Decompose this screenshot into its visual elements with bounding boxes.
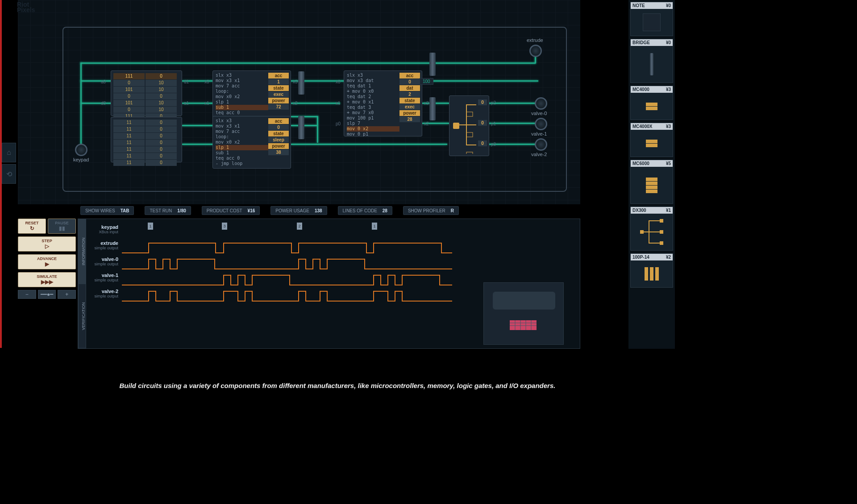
code-line[interactable]: teq acc 0 — [216, 156, 268, 161]
code-line[interactable]: teq acc 0 — [216, 110, 268, 116]
code-line[interactable]: mov 7 acc — [216, 129, 268, 134]
mem-cell[interactable]: 0 — [146, 126, 177, 132]
part-mc6000[interactable]: MC6000¥5 — [630, 160, 673, 204]
memory-chip-1[interactable]: 11101010101011101010010100 — [111, 70, 182, 116]
socket-extrude[interactable] — [529, 45, 542, 57]
reg-label: state — [399, 98, 420, 103]
code-line[interactable]: slx x3 — [216, 118, 268, 124]
mem-cell[interactable]: 0 — [146, 133, 177, 139]
code-line[interactable]: loop: — [216, 89, 268, 94]
home-tab[interactable]: ⌂ — [2, 143, 16, 162]
code-line[interactable]: mov 0 x2 — [347, 126, 399, 132]
part-dx300[interactable]: DX300¥1 — [630, 207, 673, 251]
code-line[interactable]: + mov 7 x0 — [347, 110, 399, 116]
zoom-in-button[interactable]: + — [58, 290, 76, 299]
mem-cell[interactable]: 11 — [113, 146, 145, 153]
code-line[interactable]: mov 0 p1 — [347, 132, 399, 137]
show-profiler-button[interactable]: SHOW PROFILERR — [403, 206, 459, 215]
code-line[interactable]: slp 7 — [347, 121, 399, 126]
code-line[interactable]: loop: — [216, 134, 268, 140]
code-line[interactable]: teq dat 3 — [347, 105, 399, 110]
code-line[interactable]: slx x3 — [216, 73, 268, 78]
simulate-button[interactable]: SIMULATE▶▶▶ — [18, 272, 76, 287]
mem-cell[interactable]: 101 — [113, 100, 145, 106]
code-line[interactable]: + mov 0 x0 — [347, 89, 399, 94]
svg-rect-15 — [660, 241, 663, 245]
part-100p-14[interactable]: 100P-14¥2 — [630, 253, 673, 288]
information-tab[interactable]: INFORMATION — [78, 219, 86, 284]
code-line[interactable]: mov x3 dat — [347, 78, 399, 83]
socket-valve0[interactable] — [535, 97, 547, 110]
mem-cell[interactable]: 10 — [146, 100, 177, 106]
wire — [80, 62, 82, 149]
mem-cell[interactable]: 0 — [113, 107, 145, 113]
verification-tab[interactable]: VERIFICATION — [78, 284, 86, 348]
connector[interactable] — [298, 116, 304, 139]
code-line[interactable]: mov 7 acc — [216, 83, 268, 89]
mem-cell[interactable]: 11 — [113, 153, 145, 159]
code-line[interactable]: mov x3 x1 — [216, 78, 268, 83]
dx-traces — [458, 100, 478, 154]
code-line[interactable]: mov x0 x2 — [216, 94, 268, 99]
mem-cell[interactable]: 0 — [146, 153, 177, 159]
step-button[interactable]: STEP▷ — [18, 236, 76, 252]
code-line[interactable]: slp 1 — [216, 145, 268, 150]
socket-valve1[interactable] — [535, 118, 547, 130]
mem-cell[interactable]: 11 — [113, 133, 145, 139]
waveform-area[interactable]: 1 3 2 1 — [122, 219, 580, 348]
mem-cell[interactable]: 0 — [146, 93, 177, 99]
code-line[interactable]: mov x3 x1 — [216, 124, 268, 129]
mem-cell[interactable]: 11 — [113, 140, 145, 146]
reset-button[interactable]: RESET↻ — [18, 219, 46, 234]
connector[interactable] — [298, 71, 304, 95]
wire — [80, 103, 112, 104]
code-line[interactable]: slx x3 — [347, 73, 399, 78]
mem-cell[interactable]: 0 — [113, 80, 145, 86]
code-line[interactable]: + mov 0 x1 — [347, 99, 399, 105]
mem-cell[interactable]: 0 — [113, 93, 145, 99]
part-bridge[interactable]: BRIDGE¥0 — [630, 39, 673, 83]
advance-button[interactable]: ADVANCE▶ — [18, 254, 76, 269]
mem-cell[interactable]: 0 — [146, 140, 177, 146]
show-wires-button[interactable]: SHOW WIRESTAB — [80, 206, 134, 215]
memory-chip-2[interactable]: 111111111111110000000 — [111, 117, 182, 162]
code-line[interactable]: teq dat 2 — [347, 94, 399, 99]
dx300-chip[interactable]: 0 0 0 — [449, 95, 489, 156]
code-line[interactable]: sub 1 — [216, 150, 268, 156]
mem-cell[interactable]: 10 — [146, 87, 177, 93]
connector[interactable] — [429, 97, 436, 120]
part-note[interactable]: NOTE¥0 — [630, 2, 673, 36]
code-line[interactable]: - jmp loop — [216, 161, 268, 166]
mem-cell[interactable]: 11 — [113, 126, 145, 132]
mem-cell[interactable]: 111 — [113, 73, 145, 79]
watermark-2: Pixels — [17, 6, 35, 13]
mem-cell[interactable]: 0 — [146, 160, 177, 166]
mcu-3[interactable]: slx x3 mov x3 dat teq dat 1+ mov 0 x0 te… — [344, 70, 422, 136]
mcu-1[interactable]: slx x3 mov x3 x1 mov 7 accloop: mov x0 x… — [212, 70, 291, 123]
wire — [291, 144, 447, 145]
circuit-board[interactable]: keypad extrude valve-0 valve-1 valve-2 1… — [18, 0, 580, 204]
mem-cell[interactable]: 0 — [146, 73, 177, 79]
part-mc4000[interactable]: MC4000¥3 — [630, 86, 673, 120]
code-line[interactable]: teq dat 1 — [347, 83, 399, 89]
code-line[interactable]: sub 1 — [216, 105, 268, 110]
zoom-out-button[interactable]: − — [18, 290, 36, 299]
zoom-slider[interactable]: ━━●━ — [38, 290, 56, 299]
part-mc4000x[interactable]: MC4000X¥3 — [630, 123, 673, 157]
code-line[interactable]: slp 1 — [216, 99, 268, 105]
mem-cell[interactable]: 101 — [113, 87, 145, 93]
mem-cell[interactable]: 10 — [146, 107, 177, 113]
mem-cell[interactable]: 10 — [146, 80, 177, 86]
mem-cell[interactable]: 0 — [146, 146, 177, 153]
mem-cell[interactable]: 11 — [113, 160, 145, 166]
mcu-2[interactable]: slx x3 mov x3 x1 mov 7 accloop: mov x0 x… — [212, 116, 291, 169]
code-line[interactable]: mov 100 p1 — [347, 116, 399, 121]
code-line[interactable]: mov x0 x2 — [216, 140, 268, 145]
mem-cell[interactable]: 0 — [146, 120, 177, 126]
connector[interactable] — [429, 53, 436, 76]
socket-valve2[interactable] — [535, 138, 547, 151]
mem-cell[interactable]: 11 — [113, 120, 145, 126]
socket-keypad[interactable] — [75, 144, 87, 156]
back-tab[interactable]: ⟲ — [2, 164, 16, 184]
pause-button[interactable]: PAUSE▮▮ — [48, 219, 76, 234]
